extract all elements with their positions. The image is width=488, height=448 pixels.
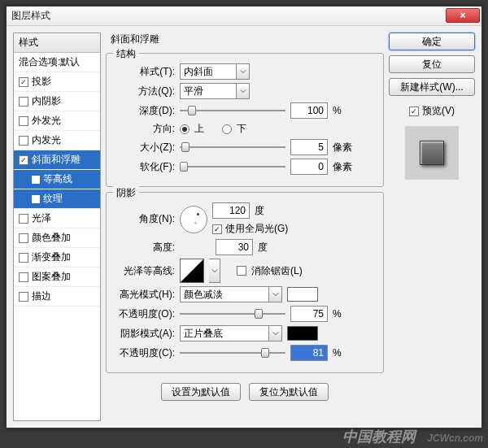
chevron-down-icon[interactable]: [237, 63, 250, 80]
shadow-opacity-label: 不透明度(C):: [113, 346, 175, 360]
sub-box-icon: [32, 195, 40, 203]
technique-input[interactable]: [180, 83, 237, 99]
depth-label: 深度(D):: [113, 104, 175, 118]
shadow-opacity-slider[interactable]: [180, 347, 285, 359]
shadow-color[interactable]: [287, 326, 318, 341]
chevron-down-icon[interactable]: [269, 325, 282, 341]
checkbox-icon[interactable]: [19, 253, 28, 263]
window-title: 图层样式: [11, 9, 50, 23]
highlight-opacity-label: 不透明度(O):: [113, 307, 175, 321]
direction-up-radio[interactable]: [180, 124, 190, 134]
style-label: 样式(T):: [113, 65, 175, 79]
shadow-mode-input[interactable]: [180, 325, 269, 341]
new-style-button[interactable]: 新建样式(W)...: [389, 78, 475, 96]
soften-label: 软化(F):: [113, 160, 175, 174]
highlight-mode-combo[interactable]: [180, 286, 282, 302]
chevron-down-icon[interactable]: [269, 286, 282, 302]
direction-down-radio[interactable]: [222, 124, 232, 134]
style-list-header: 样式: [14, 33, 100, 53]
highlight-opacity-value[interactable]: [290, 306, 328, 322]
checkbox-icon[interactable]: [19, 136, 28, 146]
gloss-contour-swatch[interactable]: [180, 259, 204, 283]
titlebar[interactable]: 图层样式 ×: [7, 7, 481, 26]
style-stroke[interactable]: 描边: [14, 287, 100, 307]
style-inner-shadow[interactable]: 内阴影: [14, 92, 100, 111]
checkbox-icon[interactable]: [19, 97, 28, 107]
style-outer-glow[interactable]: 外发光: [14, 111, 100, 131]
checkbox-icon[interactable]: ✓: [19, 77, 28, 87]
depth-value[interactable]: [290, 102, 328, 119]
preview-checkbox[interactable]: [409, 107, 419, 116]
style-satin[interactable]: 光泽: [14, 209, 100, 228]
reset-default-button[interactable]: 复位为默认值: [249, 383, 329, 401]
shading-legend: 阴影: [113, 186, 139, 200]
style-inner-glow[interactable]: 内发光: [14, 131, 100, 150]
size-slider[interactable]: [180, 141, 285, 153]
preview-label: 预览(V): [422, 104, 455, 118]
size-label: 大小(Z):: [113, 141, 175, 154]
angle-value[interactable]: [212, 202, 250, 219]
highlight-mode-input[interactable]: [180, 286, 269, 302]
watermark: 中国教程网 JCWcn.com: [342, 427, 483, 446]
chevron-down-icon[interactable]: [209, 259, 220, 283]
settings-panel: 斜面和浮雕 结构 样式(T): 方法(Q): 深度(D): %: [106, 33, 384, 421]
gloss-label: 光泽等高线:: [113, 264, 175, 278]
soften-slider[interactable]: [180, 161, 285, 172]
size-value[interactable]: [290, 139, 328, 155]
global-light-checkbox[interactable]: [212, 224, 222, 234]
technique-label: 方法(Q):: [113, 85, 175, 98]
action-panel: 确定 复位 新建样式(W)... 预览(V): [389, 33, 475, 421]
close-button[interactable]: ×: [446, 8, 480, 23]
altitude-label: 高度:: [113, 241, 175, 254]
style-texture[interactable]: 纹理: [14, 189, 100, 209]
shadow-mode-label: 阴影模式(A):: [113, 327, 175, 341]
blend-options-row[interactable]: 混合选项:默认: [14, 53, 100, 72]
preview-swatch: [405, 126, 459, 180]
checkbox-icon[interactable]: [19, 272, 28, 282]
checkbox-icon[interactable]: [19, 116, 28, 126]
style-list: 样式 混合选项:默认 ✓投影 内阴影 外发光 内发光 ✓斜面和浮雕 等高线 纹理…: [13, 33, 101, 421]
structure-group: 结构 样式(T): 方法(Q): 深度(D): % 方向: 上: [106, 53, 384, 187]
shading-group: 阴影 角度(N): + 度 使用全局光(G): [106, 192, 384, 373]
technique-combo[interactable]: [180, 83, 250, 99]
panel-title: 斜面和浮雕: [106, 33, 384, 46]
angle-wheel[interactable]: +: [180, 206, 207, 233]
checkbox-icon[interactable]: [19, 233, 28, 243]
highlight-mode-label: 高光模式(H):: [113, 288, 175, 302]
direction-label: 方向:: [113, 122, 175, 136]
preview-inner: [420, 141, 444, 165]
cancel-button[interactable]: 复位: [389, 55, 475, 73]
layer-style-dialog: 图层样式 × 样式 混合选项:默认 ✓投影 内阴影 外发光 内发光 ✓斜面和浮雕…: [6, 6, 482, 428]
altitude-value[interactable]: [216, 239, 253, 255]
antialias-checkbox[interactable]: [237, 266, 246, 276]
checkbox-icon[interactable]: ✓: [19, 155, 28, 165]
style-gradient-overlay[interactable]: 渐变叠加: [14, 248, 100, 267]
style-bevel-emboss[interactable]: ✓斜面和浮雕: [14, 150, 100, 170]
make-default-button[interactable]: 设置为默认值: [161, 383, 241, 401]
style-combo[interactable]: [180, 63, 250, 80]
highlight-opacity-slider[interactable]: [180, 308, 285, 320]
shadow-mode-combo[interactable]: [180, 325, 282, 341]
chevron-down-icon[interactable]: [237, 83, 250, 99]
structure-legend: 结构: [113, 47, 139, 61]
checkbox-icon[interactable]: [19, 292, 28, 302]
shadow-opacity-value[interactable]: [290, 345, 328, 361]
style-pattern-overlay[interactable]: 图案叠加: [14, 267, 100, 287]
style-color-overlay[interactable]: 颜色叠加: [14, 228, 100, 248]
style-drop-shadow[interactable]: ✓投影: [14, 72, 100, 92]
style-input[interactable]: [180, 63, 237, 80]
ok-button[interactable]: 确定: [389, 33, 475, 50]
depth-slider[interactable]: [180, 105, 285, 116]
highlight-color[interactable]: [287, 287, 318, 302]
style-contour[interactable]: 等高线: [14, 170, 100, 189]
sub-box-icon: [32, 176, 40, 184]
checkbox-icon[interactable]: [19, 214, 28, 224]
angle-label: 角度(N):: [113, 212, 175, 226]
soften-value[interactable]: [290, 159, 328, 175]
